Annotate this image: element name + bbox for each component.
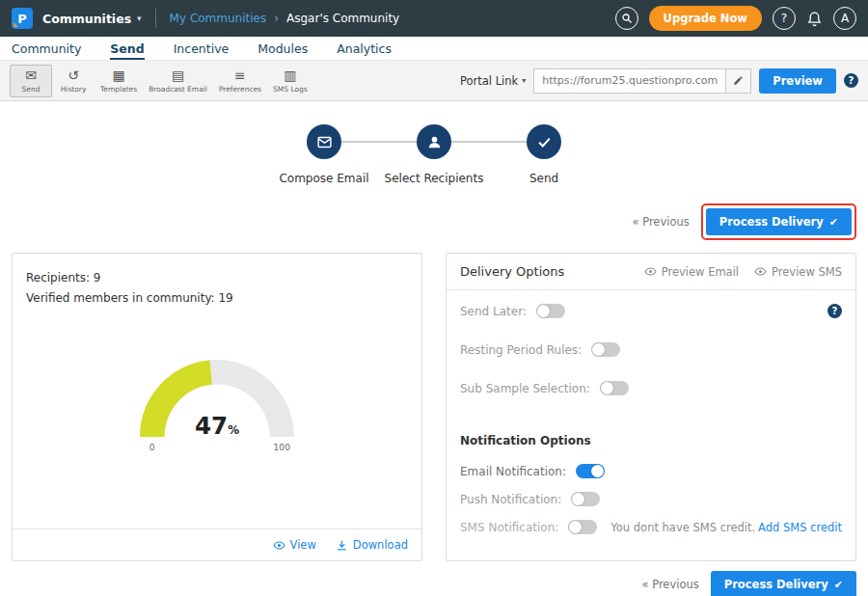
preview-sms-label: Preview SMS bbox=[772, 265, 842, 279]
search-icon bbox=[621, 13, 633, 24]
preview-button[interactable]: Preview bbox=[759, 68, 836, 94]
check-icon bbox=[536, 134, 553, 150]
tab-send[interactable]: Send bbox=[110, 41, 144, 60]
step-select-recipients-label: Select Recipients bbox=[385, 172, 484, 185]
tool-templates[interactable]: ▦ Templates bbox=[95, 65, 143, 97]
recipients-panel-footer: View Download bbox=[13, 528, 421, 560]
tool-history-label: History bbox=[61, 85, 87, 94]
resting-period-label: Resting Period Rules: bbox=[460, 343, 582, 357]
wizard-steps: Compose Email Select Recipients Send bbox=[0, 124, 868, 185]
recipients-gauge: 47% 0 100 bbox=[121, 345, 313, 453]
previous-link-bottom[interactable]: « Previous bbox=[641, 578, 698, 591]
header-divider bbox=[155, 9, 156, 28]
questionpro-logo[interactable]: P bbox=[12, 8, 33, 29]
view-link-label: View bbox=[290, 538, 316, 552]
eye-icon bbox=[754, 265, 767, 278]
gauge-value-text: 47% bbox=[195, 412, 239, 440]
breadcrumb-current: Asgar's Community bbox=[286, 12, 399, 25]
send-later-help-icon[interactable]: ? bbox=[827, 304, 842, 318]
process-delivery-button-bottom[interactable]: Process Delivery ✔ bbox=[711, 571, 856, 596]
delivery-options-panel: Delivery Options Preview Email Preview S… bbox=[446, 253, 856, 561]
upgrade-now-button[interactable]: Upgrade Now bbox=[649, 6, 762, 31]
step-select-recipients[interactable]: Select Recipients bbox=[390, 124, 478, 185]
send-step-circle[interactable] bbox=[527, 124, 561, 159]
portal-link-dropdown[interactable]: Portal Link ▾ bbox=[460, 74, 526, 88]
tab-community[interactable]: Community bbox=[12, 41, 81, 60]
step-send[interactable]: Send bbox=[500, 124, 588, 185]
edit-url-button[interactable] bbox=[726, 68, 751, 94]
chevron-down-icon: ▾ bbox=[137, 14, 142, 23]
sub-sample-toggle[interactable] bbox=[600, 381, 629, 395]
module-nav: Community Send Incentive Modules Analyti… bbox=[0, 37, 868, 61]
tool-templates-label: Templates bbox=[100, 85, 137, 94]
sms-credit-message: You dont have SMS credit. bbox=[610, 521, 755, 534]
gauge-max-label: 100 bbox=[274, 443, 291, 452]
delivery-options-title: Delivery Options bbox=[460, 264, 564, 279]
eye-icon bbox=[644, 265, 657, 278]
tab-modules[interactable]: Modules bbox=[258, 41, 308, 60]
chevron-down-icon: ▾ bbox=[522, 76, 526, 85]
preview-email-label: Preview Email bbox=[662, 265, 739, 279]
eye-icon bbox=[273, 539, 285, 552]
preview-sms-link[interactable]: Preview SMS bbox=[754, 265, 842, 279]
person-icon bbox=[426, 134, 443, 150]
check-icon: ✔ bbox=[834, 579, 843, 591]
notifications-button[interactable] bbox=[806, 11, 823, 27]
search-button[interactable] bbox=[615, 7, 638, 30]
process-delivery-label: Process Delivery bbox=[719, 215, 824, 229]
top-header: P Communities ▾ My Communities › Asgar's… bbox=[0, 0, 868, 37]
compose-email-step-circle[interactable] bbox=[307, 124, 341, 159]
sms-notification-label: SMS Notification: bbox=[460, 521, 558, 534]
previous-link-top[interactable]: « Previous bbox=[632, 215, 689, 229]
send-later-label: Send Later: bbox=[460, 305, 527, 318]
process-delivery-button-top[interactable]: Process Delivery ✔ bbox=[706, 208, 852, 235]
breadcrumb-parent-link[interactable]: My Communities bbox=[170, 12, 267, 25]
tool-preferences[interactable]: ≡ Preferences bbox=[213, 65, 267, 97]
tool-broadcast-email[interactable]: ▤ Broadcast Email bbox=[143, 65, 213, 97]
preview-email-link[interactable]: Preview Email bbox=[644, 265, 739, 279]
select-recipients-step-circle[interactable] bbox=[417, 124, 451, 159]
tool-preferences-label: Preferences bbox=[219, 85, 261, 94]
verified-members-count: Verified members in community: 19 bbox=[26, 288, 408, 309]
pencil-icon bbox=[733, 75, 744, 86]
app-root: P Communities ▾ My Communities › Asgar's… bbox=[0, 0, 868, 596]
download-link-label: Download bbox=[353, 538, 408, 552]
help-button[interactable]: ? bbox=[773, 7, 796, 30]
portal-link-label: Portal Link bbox=[460, 74, 518, 88]
avatar-letter: A bbox=[841, 12, 849, 25]
communities-menu-label: Communities bbox=[42, 12, 131, 26]
portal-url-input[interactable] bbox=[533, 68, 726, 94]
check-icon: ✔ bbox=[829, 216, 838, 229]
tab-analytics[interactable]: Analytics bbox=[337, 41, 392, 60]
sub-sample-label: Sub Sample Selection: bbox=[460, 382, 590, 395]
logo-letter: P bbox=[17, 12, 27, 26]
add-sms-credit-link[interactable]: Add SMS credit bbox=[758, 521, 842, 534]
tool-send[interactable]: ✉ Send bbox=[10, 65, 52, 97]
email-notification-label: Email Notification: bbox=[460, 465, 566, 478]
push-notification-label: Push Notification: bbox=[460, 493, 561, 506]
toolbar-help-icon[interactable]: ? bbox=[844, 73, 858, 88]
resting-period-toggle[interactable] bbox=[591, 342, 620, 357]
view-link[interactable]: View bbox=[273, 538, 316, 552]
preferences-icon: ≡ bbox=[234, 68, 246, 83]
send-icon: ✉ bbox=[25, 68, 37, 83]
email-notification-toggle[interactable] bbox=[576, 464, 605, 478]
communities-menu-button[interactable]: Communities ▾ bbox=[42, 12, 142, 26]
process-delivery-label: Process Delivery bbox=[724, 578, 828, 591]
breadcrumb-separator: › bbox=[274, 12, 279, 25]
step-compose-email[interactable]: Compose Email bbox=[280, 124, 368, 185]
tab-incentive[interactable]: Incentive bbox=[174, 41, 230, 60]
tool-sms-logs-label: SMS Logs bbox=[273, 85, 308, 94]
broadcast-email-icon: ▤ bbox=[172, 68, 184, 83]
avatar[interactable]: A bbox=[833, 7, 856, 30]
send-later-toggle[interactable] bbox=[536, 304, 565, 318]
download-icon bbox=[336, 539, 348, 552]
push-notification-toggle[interactable] bbox=[571, 492, 600, 506]
download-link[interactable]: Download bbox=[336, 538, 408, 552]
top-action-row: « Previous Process Delivery ✔ bbox=[0, 203, 868, 240]
sms-notification-toggle[interactable] bbox=[568, 520, 597, 534]
tool-sms-logs[interactable]: ▥ SMS Logs bbox=[267, 65, 313, 97]
tool-history[interactable]: ↺ History bbox=[52, 65, 95, 97]
recipients-count: Recipients: 9 bbox=[26, 268, 408, 288]
bell-icon bbox=[806, 11, 823, 27]
